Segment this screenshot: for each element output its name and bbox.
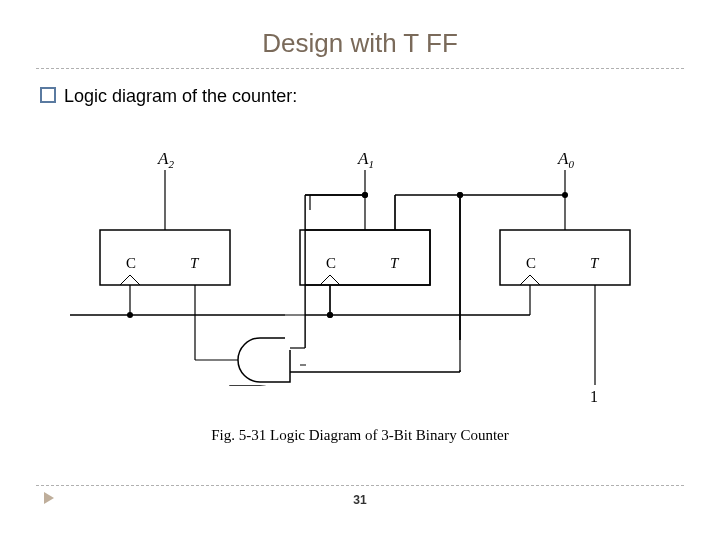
slide-number: 31	[0, 493, 720, 507]
a0-label: A0	[557, 149, 574, 170]
svg-rect-2	[500, 230, 630, 285]
divider-bottom	[36, 485, 684, 486]
and-gate-shape	[238, 338, 290, 382]
bullet-text: Logic diagram of the counter:	[64, 86, 297, 106]
svg-point-45	[362, 192, 368, 198]
svg-point-44	[457, 192, 463, 198]
bullet-item: Logic diagram of the counter:	[40, 86, 297, 107]
a2-label: A2	[157, 149, 174, 170]
figure-caption: Fig. 5-31 Logic Diagram of 3-Bit Binary …	[211, 427, 508, 443]
svg-rect-1	[300, 230, 430, 285]
one-label: 1	[590, 388, 598, 405]
svg-rect-0	[100, 230, 230, 285]
ff0-c-label: C	[526, 255, 536, 271]
logic-diagram: C T C T C T A2 A1 A0	[60, 140, 660, 460]
slide-title: Design with T FF	[0, 28, 720, 59]
divider-top	[36, 68, 684, 69]
a1-label: A1	[357, 149, 374, 170]
svg-rect-34	[285, 190, 305, 350]
ff1-c-label: C	[326, 255, 336, 271]
svg-rect-35	[306, 340, 466, 370]
ff2-c-label: C	[126, 255, 136, 271]
bullet-icon	[40, 87, 56, 103]
